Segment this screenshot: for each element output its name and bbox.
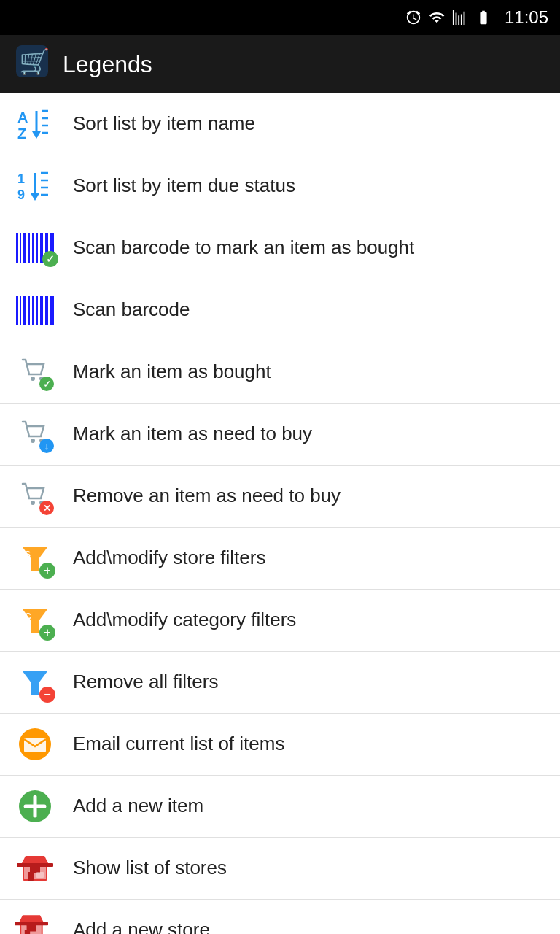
svg-rect-44 [25,930,30,934]
funnel-store-icon: S + [12,535,58,582]
add-store-icon: + [12,907,58,934]
status-icons [405,9,493,26]
list-item: + Add a new store [0,900,560,934]
status-bar: 11:05 [0,0,560,35]
svg-text:Z: Z [18,126,26,142]
cart-x-icon: ✕ [12,473,58,520]
list-item: − Remove all filters [0,652,560,714]
list-item: 1 9 Sort list by item due status [0,155,560,217]
svg-rect-30 [24,738,46,752]
list-item: Email current list of items [0,714,560,776]
svg-text:A: A [18,109,28,126]
alarm-icon [405,9,421,26]
page-title: Legends [63,51,152,78]
plus-badge: + [39,563,55,579]
legend-label: Mark an item as need to buy [73,422,312,447]
funnel-remove-icon: − [12,659,58,706]
battery-icon [474,9,493,26]
legend-label: Remove an item as need to buy [73,484,341,509]
cart-logo-icon: 🛒 [15,44,50,79]
list-item: Add a new item [0,776,560,838]
sort-num-icon: 1 9 [12,163,58,209]
svg-marker-13 [31,193,39,201]
down-badge: ↓ [39,439,54,453]
svg-point-22 [31,501,35,505]
barcode-check-icon: ✓ [12,225,58,271]
legend-label: Email current list of items [73,732,284,757]
cart-down-icon: ↓ [12,411,58,458]
legend-label: Sort list by item name [73,112,255,136]
minus-badge: − [39,687,55,703]
svg-text:9: 9 [18,188,25,202]
status-time: 11:05 [505,7,548,28]
plus-badge2: + [39,625,55,641]
list-item: ✓ Mark an item as bought [0,341,560,404]
add-item-icon [12,783,58,830]
signal-icon [452,9,468,26]
svg-marker-5 [32,131,41,139]
svg-text:🛒: 🛒 [19,47,50,77]
funnel-cat-icon: C + [12,597,58,644]
check-badge: ✓ [39,377,54,391]
legend-list: A Z Sort list by item name 1 9 [0,93,560,934]
list-item: ✓ Scan barcode to mark an item as bought [0,217,560,279]
legend-label: Sort list by item due status [73,174,295,198]
svg-rect-39 [36,872,44,878]
app-header: 🛒 Legends [0,35,560,93]
list-item: Show list of stores [0,838,560,900]
svg-text:S: S [25,549,31,560]
x-badge: ✕ [39,501,54,515]
list-item: C + Add\modify category filters [0,590,560,652]
legend-label: Remove all filters [73,670,218,695]
barcode-icon [12,287,58,333]
svg-rect-38 [28,872,34,881]
list-item: ↓ Mark an item as need to buy [0,404,560,466]
legend-label: Add\modify category filters [73,608,296,633]
legend-label: Mark an item as bought [73,360,271,385]
list-item: ✕ Remove an item as need to buy [0,466,560,528]
list-item: S + Add\modify store filters [0,528,560,590]
svg-text:1: 1 [18,171,25,186]
svg-rect-37 [17,863,53,867]
legend-label: Add\modify store filters [73,546,265,571]
legend-label: Add a new store [73,918,210,934]
list-item: Scan barcode [0,279,560,341]
legend-label: Add a new item [73,794,203,819]
svg-point-18 [31,377,35,381]
sort-az-icon: A Z [12,101,58,147]
svg-text:C: C [25,611,31,622]
app-logo-icon: 🛒 [15,44,50,85]
legend-label: Scan barcode to mark an item as bought [73,236,414,260]
list-item: A Z Sort list by item name [0,93,560,155]
cart-check-icon: ✓ [12,349,58,395]
legend-label: Show list of stores [73,856,227,881]
svg-point-20 [31,439,35,443]
legend-label: Scan barcode [73,298,190,323]
wifi-icon [427,9,446,26]
email-icon [12,721,58,768]
store-icon [12,845,58,892]
svg-rect-43 [15,922,48,926]
